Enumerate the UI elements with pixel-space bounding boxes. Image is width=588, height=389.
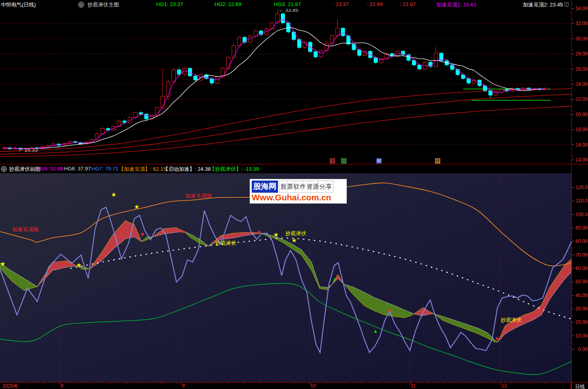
indicator-dropdown-icon[interactable]: ⌄: [78, 1, 84, 8]
red-star-marker: ★: [257, 229, 261, 235]
period-label[interactable]: 日线: [575, 383, 585, 389]
band-fill-green: [434, 314, 498, 342]
candle-down: [341, 28, 345, 36]
sub-axis-label: 70.00: [575, 252, 588, 258]
year-label: 2025年: [2, 383, 18, 389]
sub-axis-label: 90.00: [575, 225, 588, 231]
sub-axis-label: 10.00: [575, 333, 588, 339]
series-hg7-blue: [0, 207, 571, 353]
main-axis-label: 30.00: [575, 36, 588, 42]
candle-up: [166, 82, 170, 96]
diamond-icon[interactable]: ◇: [558, 1, 564, 7]
candle-down: [123, 121, 126, 123]
chevron-down-icon: ⌄: [1, 166, 7, 172]
sub-axis-label: 60.00: [575, 266, 588, 271]
red-star-marker: ★: [387, 307, 392, 313]
candle-up: [96, 134, 99, 140]
candle-up: [254, 31, 257, 36]
ma-line-slow: [4, 28, 546, 149]
sub-axis-label: 30.00: [575, 306, 588, 312]
sub-indicator-value-4: 【启动加速】: 24.38: [163, 166, 211, 173]
candle-up: [227, 57, 230, 68]
quick-tab-row: 涨跌财榜: [0, 158, 571, 164]
guhai-watermark: 股海网 股票软件资源分享 Www.Guhai.com.cn: [250, 179, 347, 204]
sub-indicator-chart[interactable]: ★★★★★★★★★★★▲▲加速见顶抛加速见顶抛抄底潜伏抄底潜伏抄底潜伏 股海网 …: [0, 173, 571, 383]
yellow-star-marker: ★: [134, 203, 139, 210]
sub-indicator-name[interactable]: 抄底潜伏副图: [9, 166, 40, 173]
red-star-marker: ★: [495, 336, 499, 342]
sub-axis-label: 120.0: [575, 185, 588, 190]
chart-label-3: 抄底潜伏: [285, 230, 306, 236]
price-axis-column: 34.0032.0030.0028.0026.0024.0022.0020.00…: [571, 0, 588, 389]
sub-axis-label: 110.0: [576, 198, 588, 204]
main-axis-label: 24.00: [575, 81, 588, 87]
main-axis-label: 32.00: [575, 21, 588, 26]
quick-tab-2[interactable]: 财: [376, 158, 382, 164]
candle-down: [106, 128, 110, 130]
sub-indicator-canvas[interactable]: ★★★★★★★★★★★▲▲加速见顶抛加速见顶抛抄底潜伏抄底潜伏抄底潜伏: [0, 173, 571, 383]
main-axis-label: 16.00: [575, 142, 588, 148]
month-label-1: 9: [182, 383, 185, 389]
sub-indicator-value-3: 【加速见顶】: 62.15: [119, 166, 166, 173]
main-axis-label: 34.00: [575, 6, 588, 11]
split-window-icon[interactable]: ◫: [564, 1, 571, 7]
candle-up: [161, 96, 165, 108]
long-ma-line-1: [0, 94, 571, 154]
main-kline-chart[interactable]: ← 33.85← 15.33: [0, 8, 571, 164]
band-fill-red: [90, 221, 142, 269]
candle-down: [281, 14, 285, 23]
series-white-dotted-arc: [71, 238, 571, 319]
yellow-star-marker: ★: [0, 260, 5, 267]
sub-indicator-value-5: 【抄底潜伏】: -13.39: [210, 166, 259, 173]
band-white-edge: [0, 232, 571, 342]
candle-down: [456, 70, 460, 75]
window-controls[interactable]: ◇◫: [558, 1, 571, 7]
main-indicator-value-7: 加速见顶2: 23.45: [523, 1, 563, 9]
month-label-2: 10: [310, 383, 316, 389]
candle-up: [232, 46, 236, 57]
candle-up: [319, 51, 323, 57]
candle-up: [325, 43, 329, 51]
sub-axis-label: 20.00: [575, 319, 588, 325]
main-kline-canvas[interactable]: ← 33.85← 15.33: [0, 8, 571, 164]
chart-label-0: 加速见顶抛: [12, 226, 38, 232]
quick-tab-1[interactable]: 跌: [341, 158, 346, 164]
main-indicator-value-1: HG2: 22.69: [214, 1, 242, 7]
sub-indicator-value-1: HG6: 37.97: [64, 166, 91, 172]
price-axis-ticks: 34.0032.0030.0028.0026.0024.0022.0020.00…: [572, 0, 588, 389]
main-indicator-value-5: : 21.87: [400, 1, 416, 7]
quick-tab-0[interactable]: 涨: [330, 158, 335, 164]
green-triangle-marker: ▲: [373, 328, 378, 334]
date-axis: 2025年 89101112: [0, 383, 571, 389]
red-star-marker: ★: [140, 231, 145, 237]
candle-up: [434, 53, 438, 66]
long-ma-line-2: [0, 106, 571, 156]
candle-up: [330, 36, 334, 43]
watermark-url: Www.Guhai.com.cn: [252, 193, 345, 202]
main-axis-label: 22.00: [575, 96, 588, 102]
candle-down: [450, 65, 454, 69]
sub-chart-header: ⌄ 抄底潜伏副图 HG5: 51.88HG6: 37.97HG7: 79.71【…: [0, 164, 571, 173]
low-annotation: ← 15.33: [18, 147, 38, 153]
green-triangle-marker: ▲: [332, 276, 337, 282]
main-indicator-value-4: : 22.69: [367, 1, 383, 7]
chart-label-2: 抄底潜伏: [215, 240, 236, 246]
band-fill-green: [184, 232, 208, 246]
sub-indicator-dropdown-icon[interactable]: ⌄: [1, 165, 7, 172]
watermark-slogan: 股票软件资源分享: [279, 181, 333, 193]
main-indicator-name[interactable]: 抄底潜伏主图: [87, 1, 119, 9]
panel-separator-top[interactable]: [0, 164, 588, 164]
sub-indicator-value-0: HG5: 51.88: [36, 166, 64, 172]
main-indicator-value-3: : 23.37: [333, 1, 349, 7]
month-label-0: 8: [61, 383, 64, 389]
panel-separator-bottom: [0, 382, 588, 383]
candle-up: [172, 70, 176, 82]
sub-axis-label: 0.00: [578, 346, 588, 352]
red-star-marker: ★: [180, 229, 185, 235]
candle-down: [374, 58, 378, 63]
quick-tab-3[interactable]: 榜: [435, 158, 440, 164]
candle-down: [418, 65, 421, 69]
stock-title[interactable]: 中恒电气(日线): [1, 1, 36, 9]
yellow-star-marker: ★: [111, 191, 116, 198]
candle-down: [194, 76, 197, 80]
